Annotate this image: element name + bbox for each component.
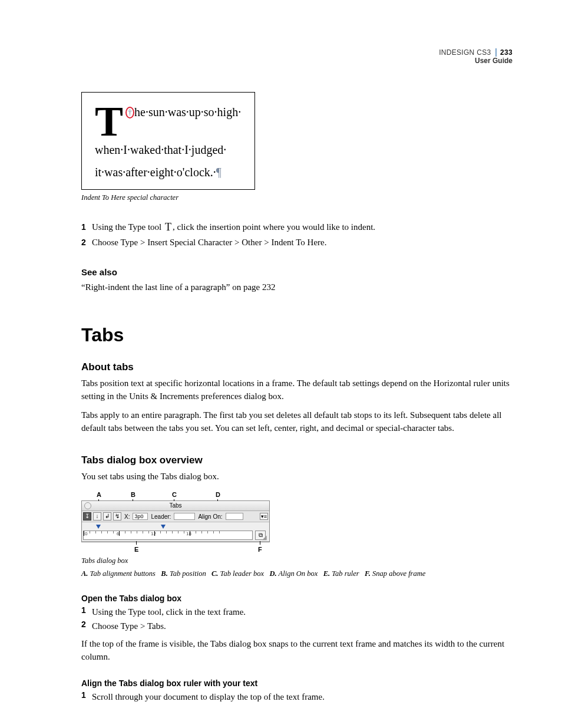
- tab-ruler[interactable]: 0 6 12 18: [83, 531, 253, 540]
- ruler-number: 12: [151, 531, 156, 536]
- x-label: X:: [123, 513, 131, 520]
- fig-line2: when·I·waked·that·I·judged·: [95, 143, 226, 156]
- tabs-dialog-title: Tabs: [169, 502, 181, 509]
- pilcrow-icon: ¶: [216, 166, 222, 179]
- leader-input[interactable]: [174, 513, 195, 520]
- tab-stop-marker[interactable]: [96, 525, 101, 529]
- heading-tabs-overview: Tabs dialog box overview: [81, 454, 511, 466]
- fig-line1: he·sun·was·up·so·high·: [134, 106, 241, 118]
- callout-E: E: [134, 541, 138, 553]
- tabs-dialog-window: Tabs ↧ ↓ ↲ ↯ X: 3p0 Leader: Align On: ▾≡: [81, 500, 270, 542]
- step-text: Using the Type tool, click in the text f…: [92, 605, 511, 618]
- see-also-link: “Right-indent the last line of a paragra…: [81, 281, 511, 294]
- figure-text: T †he·sun·was·up·so·high· when·I·waked·t…: [95, 101, 244, 183]
- step-text-before: Using the Type tool: [92, 222, 164, 232]
- tabs-dialog-titlebar: Tabs: [82, 501, 269, 511]
- tab-align-decimal-button[interactable]: ↯: [113, 512, 121, 521]
- step-text: Choose Type > Insert Special Character >…: [92, 235, 511, 249]
- running-header: INDESIGN CS3 233 User Guide: [439, 48, 513, 65]
- ruler-number: 18: [186, 531, 191, 536]
- step-text: Scroll through your document to display …: [92, 690, 511, 703]
- content-column: T †he·sun·was·up·so·high· when·I·waked·t…: [81, 92, 511, 704]
- figure-indent-to-here: T †he·sun·was·up·so·high· when·I·waked·t…: [81, 92, 255, 190]
- steps-indent-to-here: 1 Using the Type tool T, click the inser…: [81, 220, 511, 249]
- legend-val: Tab leader box: [220, 569, 265, 578]
- resize-grip-icon[interactable]: ◢: [262, 535, 268, 541]
- panel-menu-icon[interactable]: ▾≡: [260, 513, 268, 520]
- see-also: See also “Right-indent the last line of …: [81, 267, 511, 294]
- step-number: 2: [81, 620, 92, 633]
- legend-val: Snap above frame: [372, 569, 425, 578]
- figure-tabs-dialog: A B C D Tabs ↧ ↓ ↲ ↯ X: 3p0 Leader:: [81, 491, 511, 578]
- overview-p1: You set tabs using the Tabs dialog box.: [81, 470, 511, 483]
- fig-line3: it·was·after·eight·o'clock.·: [95, 166, 216, 179]
- figure2-legend: A. Tab alignment buttons B. Tab position…: [81, 569, 511, 578]
- legend-val: Align On box: [279, 569, 318, 578]
- legend-key: E.: [323, 569, 330, 578]
- indent-to-here-icon: †: [125, 107, 134, 118]
- tab-align-right-button[interactable]: ↲: [103, 512, 111, 521]
- step: 2 Choose Type > Insert Special Character…: [81, 235, 511, 249]
- tab-align-center-button[interactable]: ↓: [93, 512, 101, 521]
- type-tool-icon: T: [164, 220, 173, 234]
- x-position-input[interactable]: 3p0: [133, 513, 148, 520]
- tab-align-left-button[interactable]: ↧: [83, 512, 91, 521]
- close-icon[interactable]: [84, 502, 91, 509]
- legend-key: A.: [81, 569, 88, 578]
- product-name: INDESIGN CS3: [439, 48, 491, 57]
- align-on-input[interactable]: [226, 513, 243, 520]
- legend-val: Tab alignment buttons: [90, 569, 156, 578]
- ruler-number: 6: [117, 531, 119, 536]
- step: 1 Using the Type tool T, click the inser…: [81, 220, 511, 234]
- legend-key: F.: [365, 569, 371, 578]
- heading-align-ruler: Align the Tabs dialog box ruler with you…: [81, 678, 511, 688]
- tabs-ruler-area: 0 6 12 18 ⧉ ◢: [82, 522, 269, 542]
- step: 2 Choose Type > Tabs.: [81, 620, 511, 633]
- figure2-caption: Tabs dialog box: [81, 556, 511, 565]
- ruler-number: 0: [85, 531, 87, 536]
- leader-label: Leader:: [150, 513, 172, 520]
- page: INDESIGN CS3 233 User Guide T †he·sun·wa…: [0, 0, 562, 728]
- legend-val: Tab ruler: [332, 569, 359, 578]
- page-number: 233: [495, 48, 513, 57]
- guide-name: User Guide: [439, 57, 513, 65]
- legend-key: C.: [211, 569, 218, 578]
- step-text-after: , click the insertion point where you wo…: [173, 222, 375, 232]
- tabs-dialog-controls: ↧ ↓ ↲ ↯ X: 3p0 Leader: Align On: ▾≡: [82, 511, 269, 522]
- see-also-heading: See also: [81, 267, 511, 277]
- drop-cap: T: [95, 101, 125, 139]
- callout-F: F: [258, 541, 262, 553]
- figure1-caption: Indent To Here special character: [81, 193, 511, 202]
- section-heading-tabs: Tabs: [81, 324, 511, 346]
- legend-key: D.: [270, 569, 277, 578]
- step: 1 Scroll through your document to displa…: [81, 690, 511, 703]
- step-text: Choose Type > Tabs.: [92, 620, 511, 633]
- align-on-label: Align On:: [197, 513, 223, 520]
- step-number: 1: [81, 690, 92, 703]
- callout-row-bottom: E F: [81, 542, 270, 553]
- step-number: 2: [81, 235, 92, 249]
- legend-val: Tab position: [170, 569, 206, 578]
- legend-key: B.: [161, 569, 167, 578]
- tab-stop-marker[interactable]: [161, 525, 166, 529]
- about-tabs-p2: Tabs apply to an entire paragraph. The f…: [81, 409, 511, 434]
- about-tabs-p1: Tabs position text at specific horizonta…: [81, 377, 511, 403]
- callout-row-top: A B C D: [81, 491, 270, 500]
- heading-open-tabs-dialog: Open the Tabs dialog box: [81, 594, 511, 603]
- step-number: 1: [81, 605, 92, 618]
- heading-about-tabs: About tabs: [81, 361, 511, 373]
- open-dialog-note: If the top of the frame is visible, the …: [81, 637, 511, 663]
- step-number: 1: [81, 220, 92, 234]
- step: 1 Using the Type tool, click in the text…: [81, 605, 511, 618]
- step-text: Using the Type tool T, click the inserti…: [92, 220, 511, 234]
